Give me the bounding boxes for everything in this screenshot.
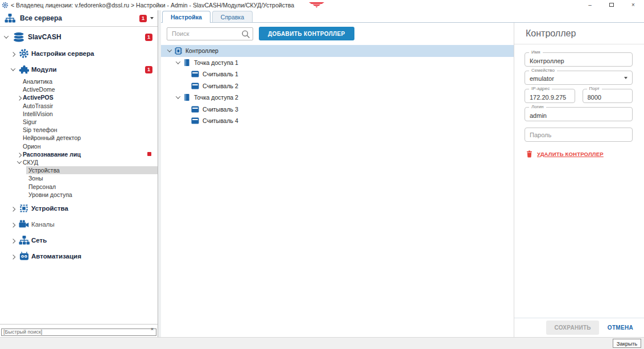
quick-search-input[interactable] [1,329,156,336]
sidebar-item-skud[interactable]: СКУД [0,158,158,166]
port-field-label: Порт [587,87,602,91]
chevron-right-icon[interactable] [10,254,15,259]
search-input[interactable] [167,27,253,40]
trash-icon [526,150,532,158]
alert-dot [147,152,151,156]
tab-settings[interactable]: Настройка [162,11,210,23]
window-titlebar: < Владелец лицензии: v.fedorenko@dssl.ru… [0,0,644,10]
tree-item-access-point-1[interactable]: Точка доступа 1 [161,57,514,69]
sidebar-item-skud-zones[interactable]: Зоны [0,174,158,182]
door-icon [182,59,191,67]
sidebar-item-intellivision[interactable]: IntelliVision [0,110,158,118]
sidebar-item-orion[interactable]: Орион [0,142,158,150]
close-button[interactable]: Закрыть [613,339,641,348]
cancel-button[interactable]: ОТМЕНА [602,321,638,335]
network-icon [5,14,15,23]
tree-item-reader-2[interactable]: Считываль 2 [161,80,514,92]
name-field[interactable] [525,53,632,66]
port-field-wrapper: Порт [583,89,633,103]
minimize-button[interactable]: – [579,0,601,9]
sidebar-item-modules[interactable]: Модули 1 [0,61,158,77]
sidebar-item-devices[interactable]: Устройства [0,200,158,216]
gear-icon [16,48,31,59]
reader-icon [191,117,200,124]
app-gear-icon [2,2,9,9]
chevron-right-icon[interactable] [10,52,15,56]
robot-icon [16,251,31,261]
puzzle-icon [16,64,31,75]
tree-item-reader-1[interactable]: Считываль 1 [161,68,514,80]
sidebar-item-activepos[interactable]: ActivePOS [0,93,158,101]
chevron-down-icon[interactable] [176,59,180,64]
family-field-label: Семейство [529,68,557,73]
sidebar-item-activedome[interactable]: ActiveDome [0,85,158,93]
sidebar-item-neuro-detector[interactable]: Нейронный детектор [0,134,158,142]
chevron-right-icon[interactable] [10,239,15,243]
all-servers-selector[interactable]: Все сервера 1 [0,10,158,27]
close-window-button[interactable]: × [622,0,644,9]
sidebar-item-slavcash[interactable]: SlavCASH 1 [0,28,158,46]
sidebar-item-sip-phone[interactable]: Sip телефон [0,126,158,134]
alert-badge: 1 [139,15,147,22]
maximize-button[interactable] [601,0,622,9]
chevron-down-icon[interactable] [176,95,180,99]
chevron-down-icon[interactable] [10,66,15,71]
tree-item-access-point-2[interactable]: Точка доступа 2 [161,92,514,104]
port-field[interactable] [583,89,633,102]
camera-icon [16,220,31,228]
dropdown-caret-icon[interactable] [150,17,154,19]
add-controller-button[interactable]: ДОБАВИТЬ КОНТРОЛЛЕР [259,27,354,40]
sidebar-item-face-recognition[interactable]: Распознавание лиц [0,150,158,158]
tree-item-controller[interactable]: Контроллер [161,45,514,57]
tab-help[interactable]: Справка [212,11,253,22]
login-field-label: Логин [529,105,546,109]
controller-icon [174,47,183,55]
delete-controller-button[interactable]: УДАЛИТЬ КОНТРОЛЛЕР [526,150,633,158]
magnifier-icon [241,30,250,41]
chevron-right-icon[interactable] [10,223,15,227]
sidebar-item-network[interactable]: Сеть [0,232,158,248]
alert-badge: 1 [145,34,152,41]
window-statusbar: Закрыть [0,337,644,349]
save-button[interactable]: СОХРАНИТЬ [546,321,598,335]
sidebar-item-analytics[interactable]: Аналитика [0,77,158,85]
tree-item-reader-4[interactable]: Считываль 4 [161,115,514,127]
sidebar-item-skud-personnel[interactable]: Персонал [0,182,158,190]
chevron-right-icon[interactable] [10,207,15,211]
chevron-right-icon[interactable] [16,96,21,101]
reader-icon [191,71,200,77]
ip-field[interactable] [525,89,575,102]
clear-search-icon[interactable]: × [151,326,154,332]
dropdown-caret-icon [624,77,628,79]
device-tree-pane: ДОБАВИТЬ КОНТРОЛЛЕР Контроллер [161,23,514,337]
chevron-right-icon[interactable] [16,153,21,157]
main-panel: Настройка Справка ДОБАВИТЬ КОНТРОЛЛЕР [161,10,644,337]
chevron-down-icon[interactable] [16,159,21,163]
sidebar-item-channels[interactable]: Каналы [0,216,158,232]
reader-icon [191,83,200,89]
tab-bar: Настройка Справка [161,10,644,23]
family-select[interactable]: Семейство emulator [525,71,633,85]
window-title: < Владелец лицензии: v.fedorenko@dssl.ru… [11,2,294,9]
name-field-wrapper: Имя [525,52,633,67]
chevron-down-icon[interactable] [3,34,8,38]
properties-footer: СОХРАНИТЬ ОТМЕНА [514,318,644,337]
alert-badge: 1 [145,66,152,73]
sidebar-item-skud-access-levels[interactable]: Уровни доступа [0,191,158,199]
toolbar: ДОБАВИТЬ КОНТРОЛЛЕР [161,23,514,45]
sidebar-item-server-settings[interactable]: Настройки сервера [0,46,158,61]
chevron-down-icon[interactable] [167,48,172,52]
sidebar-item-sigur[interactable]: Sigur [0,118,158,126]
network-icon [16,236,31,245]
controller-tree: Контроллер Точка доступа 1 [161,45,514,337]
sidebar-item-automation[interactable]: Автоматизация [0,248,158,264]
trassir-logo-icon [309,0,324,10]
login-field[interactable] [525,108,632,121]
password-field[interactable] [525,128,632,141]
tree-item-reader-3[interactable]: Считываль 3 [161,104,514,116]
sidebar-item-autotrassir[interactable]: AutoTrassir [0,102,158,110]
server-tree: SlavCASH 1 Настройки сервера Модули 1 [0,27,158,324]
sidebar-item-skud-devices[interactable]: Устройства [26,166,158,174]
chip-icon [16,203,31,213]
maximize-icon [609,3,614,7]
